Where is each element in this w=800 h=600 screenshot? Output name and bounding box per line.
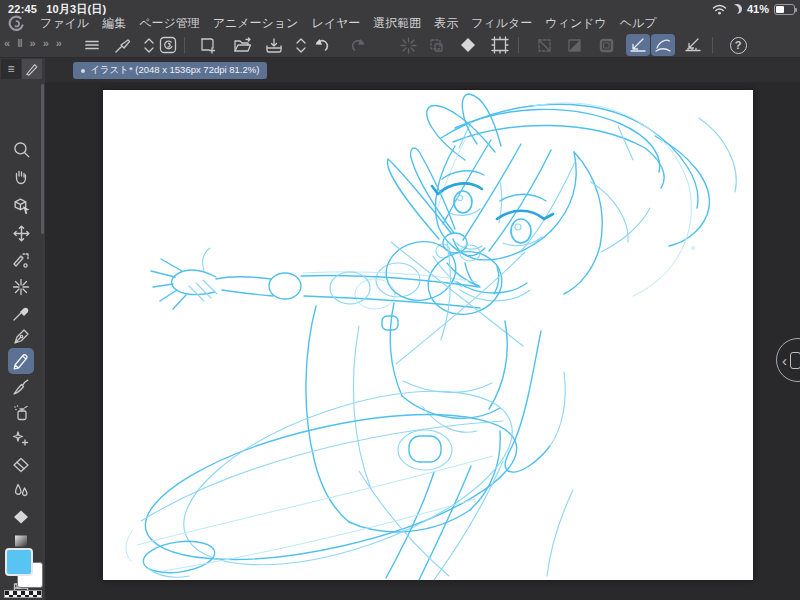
chevron-updown-icon bbox=[143, 37, 155, 54]
menu-page-manage[interactable]: ページ管理 bbox=[139, 15, 200, 32]
snap-to-grid-button[interactable] bbox=[681, 34, 705, 56]
sidebar-tool-pencil[interactable] bbox=[8, 348, 34, 374]
selection-convert-button[interactable] bbox=[532, 34, 556, 56]
eraser-icon bbox=[12, 457, 30, 473]
show-palette-handle[interactable]: ‹ bbox=[776, 338, 800, 382]
move-cross-icon bbox=[12, 224, 31, 243]
sidebar-tool-fill[interactable] bbox=[8, 504, 34, 530]
sidebar-tool-pen[interactable] bbox=[8, 324, 34, 350]
hand-icon bbox=[12, 168, 30, 186]
sketch-strokes bbox=[126, 94, 736, 580]
menu-bar: ファイル 編集 ページ管理 アニメーション レイヤー 選択範囲 表示 フィルター… bbox=[40, 16, 657, 31]
chevron-updown-icon bbox=[295, 37, 307, 54]
undo-icon bbox=[313, 37, 331, 53]
menu-view[interactable]: 表示 bbox=[434, 15, 458, 32]
open-folder-icon bbox=[233, 37, 252, 54]
selection-invert-icon bbox=[566, 37, 583, 54]
palette-menu-button[interactable]: ≡ bbox=[1, 59, 21, 79]
workspace: イラスト* (2048 x 1536px 72dpi 81.2%) bbox=[45, 58, 800, 600]
toolbar-separator bbox=[518, 37, 519, 53]
palette-dock-arrows[interactable]: «‖»»» bbox=[4, 37, 62, 49]
clear-button[interactable] bbox=[396, 34, 420, 56]
sidebar-tool-decoration[interactable] bbox=[8, 426, 34, 452]
magnifier-icon bbox=[12, 140, 31, 159]
sidebar-tool-object-operation[interactable] bbox=[8, 248, 34, 274]
gradient-icon bbox=[12, 533, 30, 549]
save-icon bbox=[265, 37, 283, 54]
sidebar-tool-blend[interactable] bbox=[8, 478, 34, 504]
transparent-color-swatch[interactable] bbox=[4, 590, 42, 598]
snap-to-ruler-button[interactable] bbox=[626, 34, 650, 56]
selection-invert-button[interactable] bbox=[562, 34, 586, 56]
command-bar: «‖»»» bbox=[0, 32, 800, 58]
sidebar-tool-airbrush[interactable] bbox=[8, 400, 34, 426]
palette-scrollbar[interactable] bbox=[41, 84, 44, 234]
airbrush-icon bbox=[12, 404, 30, 422]
top-chrome: 22:4510月3日(日) 41% ファイル 編集 ページ管理 アニメーション … bbox=[0, 0, 800, 32]
battery-percent: 41% bbox=[747, 3, 769, 15]
current-tool-display[interactable] bbox=[22, 59, 42, 79]
sidebar-tool-eyedropper[interactable] bbox=[8, 300, 34, 326]
panel-icon bbox=[790, 352, 800, 369]
menu-selection[interactable]: 選択範囲 bbox=[373, 15, 421, 32]
menu-file[interactable]: ファイル bbox=[40, 15, 89, 32]
sidebar-tool-move-layer[interactable] bbox=[8, 220, 34, 246]
snap-ruler-icon bbox=[629, 37, 647, 53]
help-icon: ? bbox=[730, 37, 747, 54]
snap-to-special-ruler-button[interactable] bbox=[651, 34, 675, 56]
document-tab-bar: イラスト* (2048 x 1536px 72dpi 81.2%) bbox=[45, 58, 800, 82]
eyedropper-icon bbox=[12, 304, 30, 322]
pencil-icon bbox=[12, 352, 30, 370]
sidebar-tool-3d-object[interactable] bbox=[8, 192, 34, 218]
new-canvas-icon bbox=[199, 36, 217, 54]
sparkle-icon bbox=[12, 430, 30, 448]
foreground-color-swatch[interactable] bbox=[5, 548, 33, 576]
snap-grid-icon bbox=[684, 37, 702, 53]
main-menu-button[interactable] bbox=[80, 34, 104, 56]
snap-special-ruler-icon bbox=[654, 37, 672, 53]
magic-wand-icon bbox=[12, 278, 30, 296]
pen-nib-icon bbox=[12, 328, 30, 346]
menu-edit[interactable]: 編集 bbox=[102, 15, 126, 32]
drawing-canvas[interactable] bbox=[103, 90, 753, 580]
hamburger-icon bbox=[84, 37, 100, 53]
selection-border-button[interactable] bbox=[594, 34, 618, 56]
fill-diamond-icon bbox=[12, 509, 30, 525]
fill-command-button[interactable] bbox=[456, 34, 480, 56]
layer-select-icon bbox=[428, 37, 445, 54]
wifi-icon bbox=[712, 4, 727, 15]
clip-studio-icon bbox=[159, 36, 177, 54]
status-date: 10月3日(日) bbox=[46, 3, 106, 15]
undo-button[interactable] bbox=[310, 34, 334, 56]
clip-studio-paint-app: 22:4510月3日(日) 41% ファイル 編集 ページ管理 アニメーション … bbox=[0, 0, 800, 600]
document-tab-label: イラスト* (2048 x 1536px 72dpi 81.2%) bbox=[90, 64, 259, 77]
brush-icon bbox=[12, 378, 30, 396]
sketch-drawing bbox=[103, 90, 753, 580]
help-button[interactable]: ? bbox=[726, 34, 750, 56]
menu-layer[interactable]: レイヤー bbox=[311, 15, 360, 32]
redo-button[interactable] bbox=[346, 34, 370, 56]
open-file-button[interactable] bbox=[230, 34, 254, 56]
sidebar-tool-zoom[interactable] bbox=[8, 136, 34, 162]
sidebar-tool-eraser[interactable] bbox=[8, 452, 34, 478]
menu-filter[interactable]: フィルター bbox=[471, 15, 532, 32]
toolbar-separator bbox=[712, 37, 713, 53]
menu-help[interactable]: ヘルプ bbox=[620, 15, 657, 32]
crop-frame-button[interactable] bbox=[488, 34, 512, 56]
selection-dashed-icon bbox=[536, 37, 553, 54]
status-right: 41% bbox=[712, 3, 795, 15]
new-canvas-button[interactable] bbox=[196, 34, 220, 56]
chevron-left-icon: ‹ bbox=[782, 353, 787, 368]
menu-window[interactable]: ウィンドウ bbox=[545, 15, 606, 32]
clip-studio-button[interactable] bbox=[156, 34, 180, 56]
cube-cursor-icon bbox=[12, 196, 31, 215]
sidebar-tool-hand[interactable] bbox=[8, 164, 34, 190]
sidebar-tool-auto-select[interactable] bbox=[8, 274, 34, 300]
menu-animation[interactable]: アニメーション bbox=[213, 15, 299, 32]
document-tab[interactable]: イラスト* (2048 x 1536px 72dpi 81.2%) bbox=[73, 62, 267, 79]
sidebar-tool-brush[interactable] bbox=[8, 374, 34, 400]
operation-pen-icon bbox=[12, 252, 30, 270]
deselect-layer-button[interactable] bbox=[424, 34, 448, 56]
save-button[interactable] bbox=[262, 34, 286, 56]
current-tool-button[interactable] bbox=[110, 34, 134, 56]
